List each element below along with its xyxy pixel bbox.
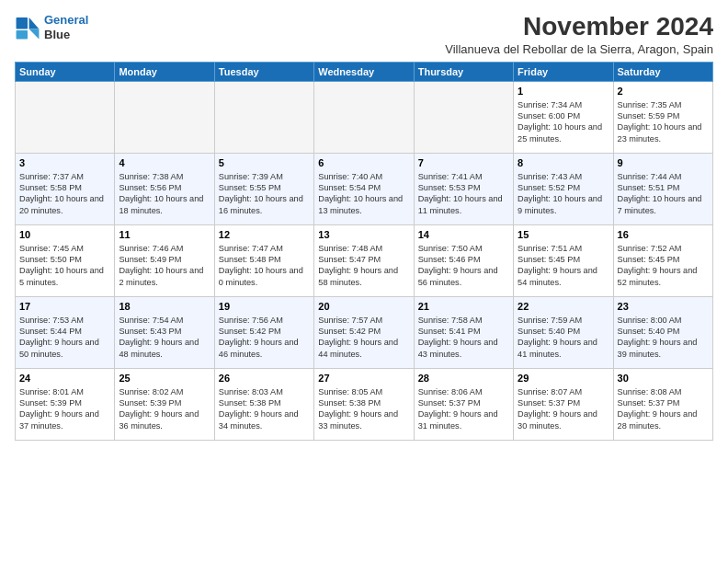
day-number: 17 [19, 300, 110, 314]
col-wednesday: Wednesday [314, 62, 414, 81]
day-info: Sunrise: 7:37 AM Sunset: 5:58 PM Dayligh… [19, 171, 110, 217]
col-tuesday: Tuesday [214, 62, 313, 81]
day-number: 2 [618, 85, 709, 98]
day-number: 24 [19, 372, 110, 385]
day-info: Sunrise: 8:03 AM Sunset: 5:38 PM Dayligh… [219, 386, 310, 432]
day-number: 15 [518, 228, 609, 242]
table-row: 4Sunrise: 7:38 AM Sunset: 5:56 PM Daylig… [115, 153, 214, 224]
day-info: Sunrise: 7:44 AM Sunset: 5:51 PM Dayligh… [618, 171, 709, 217]
day-info: Sunrise: 8:06 AM Sunset: 5:37 PM Dayligh… [418, 386, 509, 432]
svg-rect-3 [17, 30, 28, 39]
week-row: 17Sunrise: 7:53 AM Sunset: 5:44 PM Dayli… [16, 296, 713, 368]
col-monday: Monday [115, 62, 214, 81]
table-row: 15Sunrise: 7:51 AM Sunset: 5:45 PM Dayli… [514, 224, 613, 296]
table-row: 1Sunrise: 7:34 AM Sunset: 6:00 PM Daylig… [514, 81, 613, 153]
table-row: 19Sunrise: 7:56 AM Sunset: 5:42 PM Dayli… [214, 296, 313, 368]
table-row: 8Sunrise: 7:43 AM Sunset: 5:52 PM Daylig… [514, 153, 613, 224]
col-friday: Friday [514, 62, 613, 81]
day-number: 25 [119, 372, 210, 385]
month-title: November 2024 [445, 13, 713, 41]
day-info: Sunrise: 8:02 AM Sunset: 5:39 PM Dayligh… [119, 386, 210, 432]
table-row: 6Sunrise: 7:40 AM Sunset: 5:54 PM Daylig… [314, 153, 414, 224]
day-number: 23 [618, 300, 709, 314]
day-info: Sunrise: 8:05 AM Sunset: 5:38 PM Dayligh… [318, 386, 409, 432]
table-row [414, 81, 513, 153]
day-number: 9 [618, 156, 709, 170]
day-info: Sunrise: 7:50 AM Sunset: 5:46 PM Dayligh… [418, 243, 509, 289]
table-row: 16Sunrise: 7:52 AM Sunset: 5:45 PM Dayli… [613, 224, 712, 296]
table-row [314, 81, 414, 153]
table-row: 24Sunrise: 8:01 AM Sunset: 5:39 PM Dayli… [16, 368, 115, 440]
page: General Blue November 2024 Villanueva de… [0, 0, 728, 563]
day-number: 27 [318, 372, 409, 385]
day-info: Sunrise: 7:54 AM Sunset: 5:43 PM Dayligh… [119, 315, 210, 361]
col-saturday: Saturday [613, 62, 712, 81]
header: General Blue November 2024 Villanueva de… [15, 13, 713, 56]
title-block: November 2024 Villanueva del Rebollar de… [445, 13, 713, 56]
col-sunday: Sunday [16, 62, 115, 81]
table-row: 10Sunrise: 7:45 AM Sunset: 5:50 PM Dayli… [16, 224, 115, 296]
table-row: 5Sunrise: 7:39 AM Sunset: 5:55 PM Daylig… [214, 153, 313, 224]
table-row: 30Sunrise: 8:08 AM Sunset: 5:37 PM Dayli… [613, 368, 712, 440]
day-number: 26 [219, 372, 310, 385]
day-number: 3 [19, 156, 110, 170]
day-number: 13 [318, 228, 409, 242]
col-thursday: Thursday [414, 62, 513, 81]
table-row: 26Sunrise: 8:03 AM Sunset: 5:38 PM Dayli… [214, 368, 313, 440]
day-info: Sunrise: 7:35 AM Sunset: 5:59 PM Dayligh… [618, 99, 709, 145]
logo-text: General Blue [44, 13, 88, 41]
day-number: 5 [219, 156, 310, 170]
day-info: Sunrise: 7:40 AM Sunset: 5:54 PM Dayligh… [318, 171, 409, 217]
day-number: 8 [518, 156, 609, 170]
day-number: 11 [119, 228, 210, 242]
day-number: 19 [219, 300, 310, 314]
table-row: 21Sunrise: 7:58 AM Sunset: 5:41 PM Dayli… [414, 296, 513, 368]
table-row: 18Sunrise: 7:54 AM Sunset: 5:43 PM Dayli… [115, 296, 214, 368]
day-info: Sunrise: 7:48 AM Sunset: 5:47 PM Dayligh… [318, 243, 409, 289]
calendar: Sunday Monday Tuesday Wednesday Thursday… [15, 62, 713, 441]
week-row: 10Sunrise: 7:45 AM Sunset: 5:50 PM Dayli… [16, 224, 713, 296]
svg-marker-1 [29, 29, 40, 39]
day-info: Sunrise: 7:34 AM Sunset: 6:00 PM Dayligh… [518, 99, 609, 145]
table-row: 27Sunrise: 8:05 AM Sunset: 5:38 PM Dayli… [314, 368, 414, 440]
table-row: 22Sunrise: 7:59 AM Sunset: 5:40 PM Dayli… [514, 296, 613, 368]
day-info: Sunrise: 7:45 AM Sunset: 5:50 PM Dayligh… [19, 243, 110, 289]
table-row: 29Sunrise: 8:07 AM Sunset: 5:37 PM Dayli… [514, 368, 613, 440]
svg-marker-0 [29, 17, 40, 29]
table-row: 25Sunrise: 8:02 AM Sunset: 5:39 PM Dayli… [115, 368, 214, 440]
day-number: 14 [418, 228, 509, 242]
day-number: 29 [518, 372, 609, 385]
table-row: 28Sunrise: 8:06 AM Sunset: 5:37 PM Dayli… [414, 368, 513, 440]
week-row: 3Sunrise: 7:37 AM Sunset: 5:58 PM Daylig… [16, 153, 713, 224]
week-row: 1Sunrise: 7:34 AM Sunset: 6:00 PM Daylig… [16, 81, 713, 153]
svg-rect-2 [17, 17, 28, 29]
logo: General Blue [15, 13, 88, 41]
table-row: 23Sunrise: 8:00 AM Sunset: 5:40 PM Dayli… [613, 296, 712, 368]
logo-icon [15, 15, 40, 40]
table-row: 9Sunrise: 7:44 AM Sunset: 5:51 PM Daylig… [613, 153, 712, 224]
day-number: 21 [418, 300, 509, 314]
day-info: Sunrise: 8:00 AM Sunset: 5:40 PM Dayligh… [618, 315, 709, 361]
day-number: 12 [219, 228, 310, 242]
day-info: Sunrise: 8:08 AM Sunset: 5:37 PM Dayligh… [618, 386, 709, 432]
day-number: 20 [318, 300, 409, 314]
table-row: 7Sunrise: 7:41 AM Sunset: 5:53 PM Daylig… [414, 153, 513, 224]
table-row: 12Sunrise: 7:47 AM Sunset: 5:48 PM Dayli… [214, 224, 313, 296]
day-number: 16 [618, 228, 709, 242]
day-info: Sunrise: 7:58 AM Sunset: 5:41 PM Dayligh… [418, 315, 509, 361]
day-number: 4 [119, 156, 210, 170]
day-info: Sunrise: 8:07 AM Sunset: 5:37 PM Dayligh… [518, 386, 609, 432]
table-row [214, 81, 313, 153]
day-info: Sunrise: 7:46 AM Sunset: 5:49 PM Dayligh… [119, 243, 210, 289]
day-number: 22 [518, 300, 609, 314]
day-number: 10 [19, 228, 110, 242]
day-number: 28 [418, 372, 509, 385]
day-info: Sunrise: 7:59 AM Sunset: 5:40 PM Dayligh… [518, 315, 609, 361]
day-info: Sunrise: 7:56 AM Sunset: 5:42 PM Dayligh… [219, 315, 310, 361]
day-info: Sunrise: 7:39 AM Sunset: 5:55 PM Dayligh… [219, 171, 310, 217]
week-row: 24Sunrise: 8:01 AM Sunset: 5:39 PM Dayli… [16, 368, 713, 440]
day-info: Sunrise: 7:41 AM Sunset: 5:53 PM Dayligh… [418, 171, 509, 217]
day-number: 30 [618, 372, 709, 385]
table-row [115, 81, 214, 153]
day-number: 1 [518, 85, 609, 98]
